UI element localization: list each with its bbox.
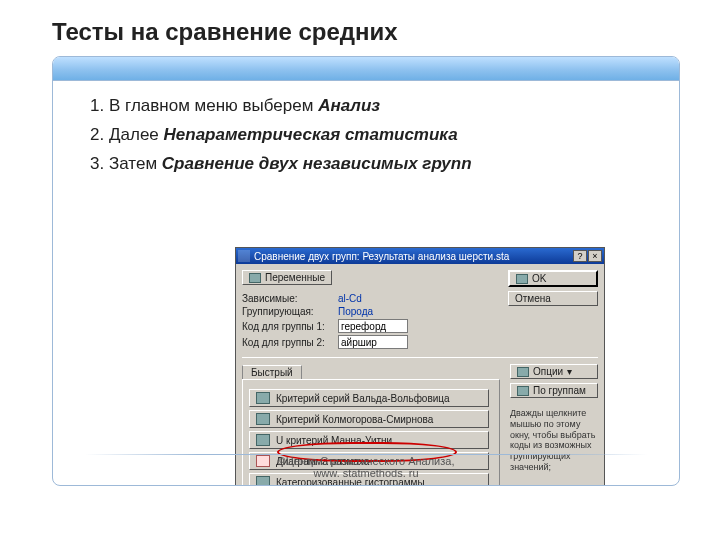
ok-icon <box>516 274 528 284</box>
summary-icon <box>256 392 270 404</box>
dialog-body: Переменные Зависимые: al-Cd Группирующая… <box>236 264 604 486</box>
variables-icon <box>249 273 261 283</box>
dialog-wrapper: Сравнение двух групп: Результаты анализа… <box>235 247 605 486</box>
step-1-text: В главном меню выберем <box>109 96 318 115</box>
separator-1 <box>242 357 598 358</box>
left-column: Переменные Зависимые: al-Cd Группирующая… <box>242 270 502 351</box>
bygroup-label: По группам <box>533 385 586 396</box>
options-icon <box>517 367 529 377</box>
code1-label: Код для группы 1: <box>242 321 332 332</box>
dependent-label: Зависимые: <box>242 293 332 304</box>
step-2-text: Далее <box>109 125 164 144</box>
code2-label: Код для группы 2: <box>242 337 332 348</box>
variables-label: Переменные <box>265 272 325 283</box>
footer-line-1: ©Центр Статистического Анализа, <box>278 455 455 467</box>
bygroup-icon <box>517 386 529 396</box>
help-button[interactable]: ? <box>573 250 587 262</box>
step-1: В главном меню выберем Анализ <box>109 95 653 118</box>
cancel-label: Отмена <box>515 293 551 304</box>
chevron-down-icon: ▾ <box>567 366 572 377</box>
right-column-top: OK Отмена <box>508 270 598 351</box>
options-label: Опции <box>533 366 563 377</box>
wald-button[interactable]: Критерий серий Вальда-Вольфовица <box>249 389 489 407</box>
content-card: В главном меню выберем Анализ Далее Непа… <box>52 56 680 486</box>
mann-label: U критерий Манна-Уитни <box>276 435 392 446</box>
ks-label: Критерий Колмогорова-Смирнова <box>276 414 433 425</box>
dialog-top-row: Переменные Зависимые: al-Cd Группирующая… <box>242 270 598 351</box>
options-button[interactable]: Опции ▾ <box>510 364 598 379</box>
slide-root: Тесты на сравнение средних В главном мен… <box>0 0 720 540</box>
grouping-label: Группирующая: <box>242 306 332 317</box>
ks-button[interactable]: Критерий Колмогорова-Смирнова <box>249 410 489 428</box>
step-3: Затем Сравнение двух независимых групп <box>109 153 653 176</box>
slide-footer: ©Центр Статистического Анализа, www. sta… <box>53 455 679 479</box>
dialog-titlebar[interactable]: Сравнение двух групп: Результаты анализа… <box>236 248 604 264</box>
dialog-title: Сравнение двух групп: Результаты анализа… <box>254 251 569 262</box>
dependent-row: Зависимые: al-Cd <box>242 293 502 304</box>
mann-whitney-button[interactable]: U критерий Манна-Уитни <box>249 431 489 449</box>
ok-label: OK <box>532 273 546 284</box>
variables-button[interactable]: Переменные <box>242 270 332 285</box>
bygroup-button[interactable]: По группам <box>510 383 598 398</box>
grouping-row: Группирующая: Порода <box>242 306 502 317</box>
code1-input[interactable] <box>338 319 408 333</box>
step-3-text: Затем <box>109 154 162 173</box>
slide-title: Тесты на сравнение средних <box>52 18 680 46</box>
wald-label: Критерий серий Вальда-Вольфовица <box>276 393 450 404</box>
ok-button[interactable]: OK <box>508 270 598 287</box>
summary-icon-3 <box>256 434 270 446</box>
step-1-bold: Анализ <box>318 96 380 115</box>
grouping-value: Порода <box>338 306 373 317</box>
steps-list: В главном меню выберем Анализ Далее Непа… <box>87 95 653 176</box>
hint-text-2: p-уровень для выделения: <box>510 485 598 486</box>
step-3-bold: Сравнение двух независимых групп <box>162 154 472 173</box>
close-button[interactable]: × <box>588 250 602 262</box>
app-icon <box>238 250 250 262</box>
step-2: Далее Непараметрическая статистика <box>109 124 653 147</box>
code1-row: Код для группы 1: <box>242 319 502 333</box>
code2-row: Код для группы 2: <box>242 335 502 349</box>
dialog-window: Сравнение двух групп: Результаты анализа… <box>235 247 605 486</box>
step-2-bold: Непараметрическая статистика <box>164 125 458 144</box>
tab-quick[interactable]: Быстрый <box>242 365 302 380</box>
card-header-bar <box>53 57 679 81</box>
footer-line-2: www. statmethods. ru <box>313 467 418 479</box>
dependent-value: al-Cd <box>338 293 362 304</box>
titlebar-buttons: ? × <box>573 250 602 262</box>
code2-input[interactable] <box>338 335 408 349</box>
summary-icon-2 <box>256 413 270 425</box>
cancel-button[interactable]: Отмена <box>508 291 598 306</box>
card-body: В главном меню выберем Анализ Далее Непа… <box>53 81 679 192</box>
